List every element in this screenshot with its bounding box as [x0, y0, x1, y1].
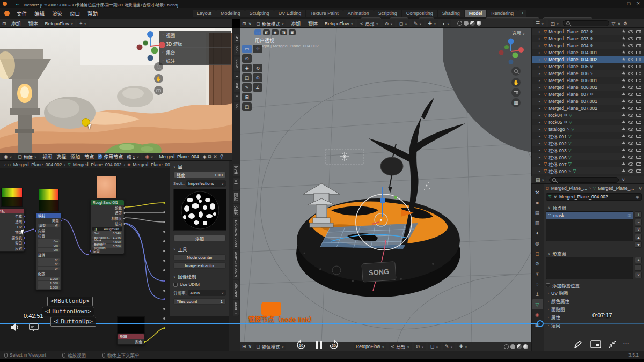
- outliner-row[interactable]: ▸ ▽ 柱体.003 ▽: [532, 146, 644, 153]
- expand-icon[interactable]: ▸: [539, 71, 542, 75]
- properties-tab-icon[interactable]: ▤: [532, 208, 543, 218]
- retopoflow-menu[interactable]: RetopoFlow∨: [354, 343, 386, 350]
- add-menu[interactable]: 添加: [9, 20, 24, 27]
- visibility-toggle-icon[interactable]: [628, 86, 633, 89]
- shading-mode-toggles[interactable]: [456, 21, 481, 26]
- value-field[interactable]: 0m: [38, 243, 60, 247]
- annotate-dropdown[interactable]: ✎∨: [443, 343, 455, 350]
- sidebar-tab[interactable]: Gr: [234, 34, 240, 43]
- object-name[interactable]: Merged_Plane_007.001: [548, 99, 597, 104]
- selectable-toggle-icon[interactable]: [622, 43, 626, 48]
- blender-menu-icon[interactable]: [4, 11, 10, 16]
- node-value-field[interactable]: Bump strength0.766: [92, 244, 122, 248]
- camera-view-icon[interactable]: [511, 88, 521, 97]
- object-name[interactable]: 柱体.002: [548, 140, 567, 146]
- transform-orientation-dropdown[interactable]: ≺局部∨: [389, 343, 412, 350]
- mapping-node[interactable]: 映射 向量 类型点 向量 位置 0m0m0m 旋转 0°0°0° 缩放 1.00…: [35, 212, 62, 290]
- selectable-toggle-icon[interactable]: [622, 141, 626, 145]
- rewind-10-button[interactable]: 10: [296, 339, 306, 350]
- properties-tab-icon[interactable]: ◻: [532, 248, 543, 258]
- node-counter-button[interactable]: Node counter: [173, 254, 226, 261]
- properties-tab-icon[interactable]: ▽: [532, 299, 543, 309]
- object-name[interactable]: rock04: [548, 113, 562, 118]
- use-udim-checkbox[interactable]: Use UDIM: [173, 282, 226, 287]
- vertex-group-specials-button[interactable]: ∨: [635, 226, 642, 233]
- vertex-group-item[interactable]: ∷ mask ⚿: [546, 212, 633, 219]
- minimize-button[interactable]: –: [618, 1, 620, 6]
- add-shape-key-button[interactable]: +: [635, 257, 642, 263]
- captions-icon[interactable]: [29, 323, 39, 331]
- visibility-toggle-icon[interactable]: [628, 128, 633, 131]
- expand-icon[interactable]: ▸: [539, 92, 542, 96]
- node-output-socket[interactable]: 遮罩: [91, 210, 124, 216]
- value-field[interactable]: 0m: [38, 239, 60, 243]
- value-field[interactable]: 1.000: [38, 277, 60, 280]
- render-toggle-icon[interactable]: [636, 51, 641, 54]
- object-name[interactable]: 柱体.007: [548, 161, 567, 167]
- mode-dropdown[interactable]: ◻物体模式∨: [254, 343, 286, 350]
- expand-icon[interactable]: ▸: [539, 50, 542, 54]
- close-button[interactable]: ✕: [636, 1, 640, 6]
- outliner-row[interactable]: ▸ ▽ Merged_Plane_005 ⚙: [532, 63, 644, 70]
- expand-icon[interactable]: ▸: [539, 106, 542, 110]
- camera-view-icon[interactable]: [154, 86, 163, 95]
- copy-icon[interactable]: ⧉: [208, 154, 211, 160]
- mode-edit-icon[interactable]: ◧: [263, 29, 270, 35]
- expand-icon[interactable]: ▸: [539, 127, 542, 131]
- expand-icon[interactable]: ▸: [539, 85, 542, 89]
- transform-orientation-dropdown[interactable]: ≺局部∨: [357, 20, 380, 27]
- maximize-button[interactable]: ▢: [627, 1, 631, 6]
- selectable-toggle-icon[interactable]: [622, 36, 626, 41]
- render-toggle-icon[interactable]: [636, 128, 641, 131]
- value-field[interactable]: 0°: [38, 267, 60, 270]
- properties-tab-icon[interactable]: ◍: [532, 238, 543, 248]
- selectable-toggle-icon[interactable]: [622, 113, 626, 117]
- remove-vertex-group-button[interactable]: −: [635, 219, 642, 225]
- editor-type-icon[interactable]: ⊞: [2, 21, 6, 26]
- image-extractor-button[interactable]: Image extractor: [173, 262, 226, 269]
- expand-icon[interactable]: ▸: [539, 57, 542, 61]
- node-output-socket[interactable]: 法向: [91, 221, 124, 226]
- menu-item[interactable]: 视图: [40, 153, 54, 160]
- pip-button[interactable]: [590, 340, 601, 349]
- render-toggle-icon[interactable]: [636, 135, 641, 138]
- visibility-toggle-icon[interactable]: [628, 37, 633, 40]
- properties-filter-dropdown[interactable]: ▤∨: [533, 176, 546, 183]
- workspace-tab[interactable]: Model: [465, 10, 487, 17]
- shape-keys-section[interactable]: ∨形态键: [546, 249, 642, 257]
- object-name[interactable]: rock05: [548, 120, 562, 125]
- expand-icon[interactable]: ▸: [539, 141, 542, 145]
- type-dropdown[interactable]: 类型点: [38, 224, 60, 227]
- workspace-tab[interactable]: Compositing: [402, 10, 437, 17]
- volume-icon[interactable]: [10, 323, 19, 331]
- zoom-icon[interactable]: [154, 62, 163, 71]
- outliner-row[interactable]: ▸ ▽ Merged_Plane_007.002: [532, 105, 644, 112]
- more-options-button[interactable]: …: [623, 338, 630, 346]
- properties-tab-icon[interactable]: ◙: [532, 197, 543, 208]
- node-input-socket[interactable]: 向量: [36, 228, 61, 233]
- menu-item[interactable]: 编辑: [31, 10, 48, 17]
- navigation-gizmo[interactable]: [133, 29, 165, 62]
- value-field[interactable]: 1.000: [38, 285, 60, 289]
- render-toggle-icon[interactable]: [636, 121, 641, 124]
- sidebar-tab[interactable]: F: [234, 72, 240, 79]
- object-name[interactable]: Merged_Plane_004: [548, 43, 588, 48]
- selectable-toggle-icon[interactable]: [622, 134, 626, 138]
- outliner-options-icon[interactable]: ⚙: [623, 21, 627, 26]
- selectable-toggle-icon[interactable]: [622, 29, 626, 34]
- value-field[interactable]: 0°: [38, 258, 60, 262]
- outliner-row[interactable]: ▸ ▽ rock04 ⚙ ▽: [532, 112, 644, 119]
- outliner-search-input[interactable]: [563, 20, 609, 26]
- object-name[interactable]: Merged_Plane_006: [548, 71, 588, 76]
- sidebar-tab[interactable]: Node Wrangler: [233, 218, 239, 249]
- workspace-tab[interactable]: Rendering: [487, 10, 518, 17]
- object-name[interactable]: Merged_Plane_006.001: [548, 78, 597, 83]
- workspace-tab[interactable]: Shading: [438, 10, 464, 17]
- visibility-toggle-icon[interactable]: [628, 44, 633, 47]
- snapping-dropdown[interactable]: ⊘∨: [383, 20, 395, 27]
- outliner-row[interactable]: ▸ ▽ 柱体.007 ▽: [532, 160, 644, 167]
- video-progress-remaining[interactable]: [544, 323, 644, 324]
- workspace-tab[interactable]: UV Editing: [274, 10, 306, 17]
- render-toggle-icon[interactable]: [636, 93, 641, 96]
- material-shading-icon[interactable]: [517, 344, 522, 349]
